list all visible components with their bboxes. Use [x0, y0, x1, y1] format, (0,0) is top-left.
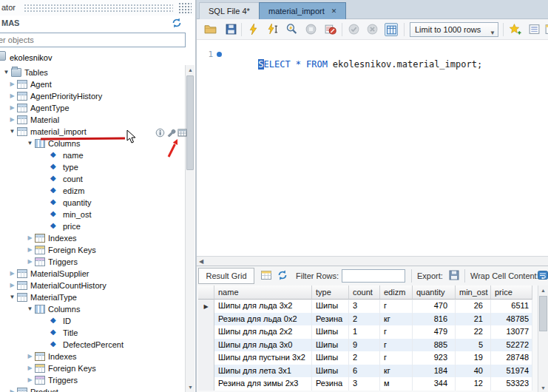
cell-min-ost[interactable]: 19	[456, 351, 491, 365]
tree-item[interactable]: MaterialType	[0, 291, 186, 303]
cell-price[interactable]: 6511	[491, 300, 532, 313]
cell-min-ost[interactable]: 26	[456, 300, 491, 313]
table-row[interactable]: Шипы для льда 3x0 Шипы 9 г 885 5 52272	[198, 339, 532, 352]
cell-price[interactable]: 53323	[491, 377, 532, 391]
cell-quantity[interactable]: 470	[413, 300, 456, 313]
limit-rows-dropdown[interactable]: Limit to 1000 rows ▼	[410, 22, 498, 37]
tree-item[interactable]: Indexes	[0, 232, 186, 244]
table-row[interactable]: Шипы для льда 2x2 Шипы 1 г 479 22 13077	[198, 325, 532, 339]
table-row[interactable]: Шипы для пустыни 3x2 Шипы 2 г 923 19 287…	[198, 351, 532, 365]
tree-expander-icon[interactable]	[7, 78, 17, 90]
tree-expander-icon[interactable]	[25, 256, 35, 268]
tree-item[interactable]: type	[0, 161, 186, 173]
toggle-autocommit-button[interactable]	[385, 23, 398, 36]
column-header[interactable]: count	[349, 285, 380, 300]
execute-current-statement-button[interactable]	[266, 23, 280, 36]
tree-item[interactable]: Triggers	[0, 256, 186, 268]
filter-objects-input[interactable]	[0, 33, 186, 47]
open-sql-file-button[interactable]	[204, 23, 217, 36]
tree-item[interactable]: min_ost	[0, 209, 186, 220]
cell-edizm[interactable]: кг	[380, 313, 413, 326]
tree-item[interactable]: MaterialSupplier	[0, 268, 186, 280]
result-grid-tab[interactable]: Result Grid	[198, 268, 254, 284]
cell-quantity[interactable]: 816	[413, 313, 456, 326]
cell-name[interactable]: Шипы для льда 3x0	[214, 339, 312, 352]
panel-drag-handle-icon[interactable]	[24, 4, 173, 13]
save-script-button[interactable]	[225, 23, 238, 36]
table-row[interactable]: Резина для льда 0x2 Резина 2 кг 816 21 4…	[198, 313, 532, 326]
cell-type[interactable]: Резина	[312, 313, 349, 326]
show-snippets-button[interactable]	[528, 23, 541, 36]
column-header[interactable]: type	[312, 285, 349, 300]
scroll-up-icon[interactable]: ▲	[538, 285, 548, 295]
cell-edizm[interactable]: г	[380, 300, 413, 313]
tree-item[interactable]: Material	[0, 114, 186, 126]
cell-count[interactable]: 1	[349, 325, 380, 339]
cell-price[interactable]: 51974	[491, 365, 532, 378]
tab-material-import[interactable]: material_import ✕	[259, 2, 346, 19]
tree-expander-icon[interactable]	[7, 280, 17, 291]
tree-expander-icon[interactable]	[1, 67, 11, 78]
tree-expander-icon[interactable]	[7, 126, 17, 138]
tree-item[interactable]: AgentType	[0, 102, 186, 114]
scroll-down-icon[interactable]: ▼	[186, 382, 195, 392]
tree-expander-icon[interactable]	[7, 114, 17, 126]
cell-min-ost[interactable]: 40	[456, 365, 491, 378]
result-grid-view-button[interactable]	[260, 269, 273, 282]
grid-corner-cell[interactable]	[198, 285, 214, 300]
cell-name[interactable]: Шипы для льда 3x2	[214, 300, 312, 313]
tree-expander-icon[interactable]	[25, 244, 35, 256]
cell-count[interactable]: 6	[349, 365, 380, 378]
cell-edizm[interactable]: г	[380, 339, 413, 352]
alter-table-wrench-icon[interactable]	[166, 128, 176, 138]
cell-type[interactable]: Шипы	[312, 351, 349, 365]
row-selector[interactable]	[198, 339, 214, 352]
cell-price[interactable]: 13077	[491, 325, 532, 339]
row-selector[interactable]	[198, 351, 214, 365]
table-row[interactable]: Шипы для лета 3x1 Шипы 6 кг 184 40 51974	[198, 365, 532, 378]
result-grid-scrollbar[interactable]: ▲ ▼	[538, 285, 548, 392]
cell-edizm[interactable]: г	[380, 325, 413, 339]
table-row[interactable]: Резина для зимы 2x3 Резина 3 м 344 12 53…	[198, 377, 532, 391]
scroll-up-icon[interactable]: ▲	[186, 65, 195, 75]
cell-count[interactable]: 2	[349, 351, 380, 365]
table-row[interactable]: Шипы для льда 3x2 Шипы 3 г 470 26 6511	[198, 300, 532, 313]
tree-item[interactable]: DefectedPercent	[0, 339, 186, 351]
row-selector[interactable]	[198, 300, 214, 313]
cell-edizm[interactable]: кг	[380, 365, 413, 378]
cell-name[interactable]: Шипы для пустыни 3x2	[214, 351, 312, 365]
row-selector[interactable]	[198, 365, 214, 378]
cell-price[interactable]: 52272	[491, 339, 532, 352]
sql-editor[interactable]: 1 SELECT*FROMekolesnikov.material_import…	[197, 40, 548, 256]
execute-sql-button[interactable]	[247, 23, 260, 36]
cell-count[interactable]: 3	[349, 300, 380, 313]
cell-type[interactable]: Резина	[312, 377, 349, 391]
tree-item[interactable]: Foreign Keys	[0, 362, 186, 374]
tree-expander-icon[interactable]	[25, 303, 35, 315]
cell-name[interactable]: Резина для льда 0x2	[214, 313, 312, 326]
save-snippet-button[interactable]	[509, 23, 522, 36]
column-header[interactable]: price	[491, 285, 532, 300]
clipped-toolbar-button[interactable]	[544, 23, 548, 36]
wrap-cell-content-button[interactable]	[537, 269, 548, 282]
tree-item[interactable]: name	[0, 149, 186, 161]
tree-item[interactable]: Title	[0, 327, 186, 339]
cell-quantity[interactable]: 923	[413, 351, 456, 365]
tree-item[interactable]: Product	[0, 386, 186, 392]
tree-item[interactable]: ID	[0, 315, 186, 327]
row-selector[interactable]	[198, 377, 214, 391]
cell-count[interactable]: 9	[349, 339, 380, 352]
tree-expander-icon[interactable]	[7, 90, 17, 102]
scroll-down-icon[interactable]: ▼	[538, 383, 548, 392]
explain-plan-button[interactable]	[285, 23, 299, 36]
cell-min-ost[interactable]: 12	[456, 377, 491, 391]
cell-min-ost[interactable]: 5	[456, 339, 491, 352]
tree-item[interactable]: quantity	[0, 197, 186, 209]
toggle-stop-on-error-button[interactable]	[324, 23, 337, 36]
cell-price[interactable]: 48785	[491, 313, 532, 326]
tree-item[interactable]: Indexes	[0, 351, 186, 362]
tree-expander-icon[interactable]	[7, 102, 17, 114]
column-header[interactable]: min_ost	[456, 285, 491, 300]
editor-horizontal-scrollbar[interactable]: ◀	[197, 256, 548, 266]
panel-dock-icon[interactable]	[178, 2, 192, 13]
